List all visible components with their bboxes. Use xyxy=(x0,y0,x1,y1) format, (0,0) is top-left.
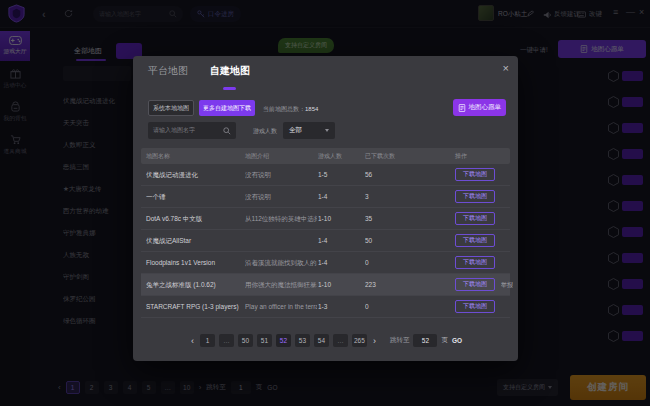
pagination-page[interactable]: 52 xyxy=(276,334,291,347)
total-maps-label: 当前地图总数： xyxy=(263,106,305,112)
pagination-page[interactable]: 53 xyxy=(295,334,310,347)
map-dialog: × 平台地图 自建地图 系统本地地图 更多自建地图下载 当前地图总数：1854 … xyxy=(133,56,518,361)
map-search-input[interactable]: 请输入地图名字 xyxy=(148,122,236,139)
wishlist-button[interactable]: 地图心愿单 xyxy=(453,99,507,116)
map-downloads: 3 xyxy=(365,186,425,208)
players-filter-select[interactable]: 全部 xyxy=(283,122,335,139)
table-row[interactable]: Floodplains 1v1 Version沿着溪流就能找到敌人的...1-4… xyxy=(141,252,510,274)
map-description: 没有说明 xyxy=(245,164,317,186)
map-downloads: 223 xyxy=(365,274,425,296)
list-icon xyxy=(458,104,466,112)
table-row[interactable]: STARCRAFT RPG (1-3 players)Play an offic… xyxy=(141,296,510,318)
map-name: 伏魔战记AllStar xyxy=(146,230,243,252)
download-map-button[interactable]: 下载地图 xyxy=(455,212,495,225)
map-description: 从112位独特的英雄中选择... xyxy=(245,208,317,230)
map-name: 伏魔战记动漫进化 xyxy=(146,164,243,186)
pagination-page[interactable]: 50 xyxy=(238,334,253,347)
map-players: 1-4 xyxy=(318,186,358,208)
map-name: Floodplains 1v1 Version xyxy=(146,252,243,274)
total-maps-value: 1854 xyxy=(305,106,318,112)
table-row[interactable]: 伏魔战记AllStar1-450下载地图 xyxy=(141,230,510,252)
pagination-next-icon[interactable]: › xyxy=(373,336,376,346)
dialog-tabs: 平台地图 自建地图 xyxy=(148,64,250,78)
map-players: 1-5 xyxy=(318,164,358,186)
active-tab-underline xyxy=(223,87,236,90)
more-maps-button[interactable]: 更多自建地图下载 xyxy=(199,100,255,116)
table-row[interactable]: 兔羊之战标准版 (1.0.62)用你强大的魔法抵御狂暴...1-10223下载地… xyxy=(141,274,510,296)
report-link[interactable]: 举报 xyxy=(501,274,513,296)
map-table-header: 地图名称地图介绍游戏人数已下载次数操作 xyxy=(141,148,510,164)
map-players: 1-10 xyxy=(318,274,358,296)
map-downloads: 0 xyxy=(365,252,425,274)
wishlist-label: 地图心愿单 xyxy=(469,103,502,112)
map-name: 兔羊之战标准版 (1.0.62) xyxy=(146,274,243,296)
map-table-body: 伏魔战记动漫进化没有说明1-556下载地图一个锤没有说明1-43下载地图DotA… xyxy=(141,164,510,318)
map-players: 1-10 xyxy=(318,208,358,230)
jump-page-input[interactable]: 52 xyxy=(413,334,437,347)
column-header: 游戏人数 xyxy=(318,148,358,164)
total-maps-count: 当前地图总数：1854 xyxy=(263,105,318,114)
map-description: 沿着溪流就能找到敌人的... xyxy=(245,252,317,274)
map-search-placeholder: 请输入地图名字 xyxy=(153,126,219,135)
table-row[interactable]: 一个锤没有说明1-43下载地图 xyxy=(141,186,510,208)
map-downloads: 0 xyxy=(365,296,425,318)
pagination-page[interactable]: 54 xyxy=(314,334,329,347)
column-header: 地图名称 xyxy=(146,148,243,164)
download-map-button[interactable]: 下载地图 xyxy=(455,168,495,181)
pagination-prev-icon[interactable]: ‹ xyxy=(191,336,194,346)
chevron-down-icon xyxy=(325,129,329,132)
search-icon xyxy=(223,127,231,135)
go-button[interactable]: GO xyxy=(452,337,462,344)
map-name: 一个锤 xyxy=(146,186,243,208)
page-unit-label: 页 xyxy=(441,336,448,345)
map-name: STARCRAFT RPG (1-3 players) xyxy=(146,296,243,318)
map-players: 1-3 xyxy=(318,296,358,318)
dialog-close-icon[interactable]: × xyxy=(503,63,509,74)
pagination-ellipsis: … xyxy=(333,334,348,347)
local-maps-button[interactable]: 系统本地地图 xyxy=(148,100,194,116)
jump-to-label: 跳转至 xyxy=(390,336,410,345)
map-downloads: 56 xyxy=(365,164,425,186)
map-description: 用你强大的魔法抵御狂暴... xyxy=(245,274,317,296)
map-downloads: 35 xyxy=(365,208,425,230)
column-header: 操作 xyxy=(455,148,467,164)
app-window: ‹ 请输入地图名字 口令进房 RO小粘土 反馈建议 改键 ≡ — × 游戏大厅活… xyxy=(0,0,650,406)
pagination-page[interactable]: 265 xyxy=(352,334,367,347)
map-name: DotA v6.78c 中文版 xyxy=(146,208,243,230)
map-players: 1-4 xyxy=(318,230,358,252)
map-description: Play an officer in the terra... xyxy=(245,296,317,318)
column-header: 地图介绍 xyxy=(245,148,317,164)
download-map-button[interactable]: 下载地图 xyxy=(455,300,495,313)
map-downloads: 50 xyxy=(365,230,425,252)
tab-platform-maps[interactable]: 平台地图 xyxy=(148,64,188,78)
pagination-page[interactable]: 51 xyxy=(257,334,272,347)
map-players: 1-4 xyxy=(318,252,358,274)
table-row[interactable]: DotA v6.78c 中文版从112位独特的英雄中选择...1-1035下载地… xyxy=(141,208,510,230)
map-description: 没有说明 xyxy=(245,186,317,208)
players-filter-label: 游戏人数 xyxy=(253,127,277,136)
column-header: 已下载次数 xyxy=(365,148,425,164)
download-map-button[interactable]: 下载地图 xyxy=(455,256,495,269)
download-map-button[interactable]: 下载地图 xyxy=(455,278,495,291)
map-pagination: ‹1…5051525354…265›跳转至52页GO xyxy=(133,334,518,347)
tab-custom-maps[interactable]: 自建地图 xyxy=(210,64,250,78)
pagination-page[interactable]: 1 xyxy=(200,334,215,347)
table-row[interactable]: 伏魔战记动漫进化没有说明1-556下载地图 xyxy=(141,164,510,186)
download-map-button[interactable]: 下载地图 xyxy=(455,234,495,247)
players-filter-value: 全部 xyxy=(289,126,302,135)
download-map-button[interactable]: 下载地图 xyxy=(455,190,495,203)
pagination-ellipsis: … xyxy=(219,334,234,347)
